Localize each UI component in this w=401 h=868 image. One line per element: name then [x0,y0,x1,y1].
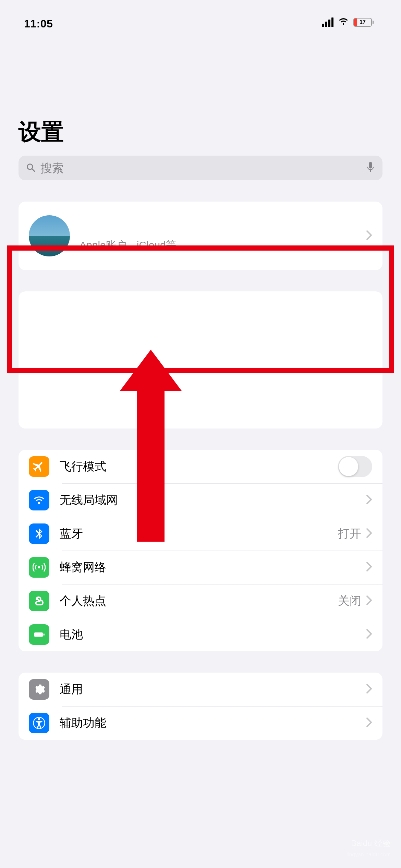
status-indicators: 17 [322,16,374,29]
svg-point-3 [38,718,40,720]
status-time: 11:05 [24,17,53,30]
general-row[interactable]: 通用 [19,673,382,706]
hotspot-icon [29,591,49,611]
bluetooth-icon [29,523,49,544]
battery-percentage: 17 [360,19,366,25]
row-label: 无线局域网 [60,492,366,508]
hotspot-row[interactable]: 个人热点 关闭 [19,584,382,618]
row-label: 辅助功能 [60,715,366,731]
row-label: 飞行模式 [60,459,338,474]
page-title: 设置 [0,45,401,156]
avatar [29,215,70,256]
wifi-icon [338,16,349,29]
chevron-right-icon [366,528,372,540]
wifi-settings-icon [29,490,49,510]
airplane-mode-row[interactable]: 飞行模式 [19,450,382,483]
svg-rect-2 [44,634,45,636]
search-input[interactable] [37,161,365,175]
apple-id-row[interactable]: Apple账户、iCloud等 [19,202,382,270]
battery-row[interactable]: 电池 [19,618,382,651]
connectivity-section: 飞行模式 无线局域网 蓝牙 打开 蜂窝网络 个人热点 关闭 电池 [19,450,382,651]
chevron-right-icon [366,494,372,506]
airplane-toggle[interactable] [338,456,372,477]
status-bar: 11:05 17 [0,0,401,45]
chevron-right-icon [366,562,372,573]
search-field[interactable] [19,156,382,180]
row-label: 通用 [60,682,366,697]
row-label: 蜂窝网络 [60,559,366,575]
chevron-right-icon [366,717,372,729]
cellular-signal-icon [322,17,333,27]
battery-icon [29,624,49,645]
general-section: 通用 辅助功能 [19,673,382,740]
row-label: 电池 [60,627,366,642]
chevron-right-icon [366,595,372,607]
apple-id-subtitle: Apple账户、iCloud等 [80,238,366,252]
row-value: 关闭 [338,593,361,609]
chevron-right-icon [366,629,372,640]
airplane-icon [29,456,49,477]
wifi-row[interactable]: 无线局域网 [19,483,382,517]
accessibility-row[interactable]: 辅助功能 [19,706,382,740]
row-label: 蓝牙 [60,526,338,542]
chevron-right-icon [366,684,372,695]
cellular-row[interactable]: 蜂窝网络 [19,551,382,584]
battery-indicator: 17 [353,18,374,27]
bluetooth-row[interactable]: 蓝牙 打开 [19,517,382,551]
search-icon [25,162,37,174]
cellular-icon [29,557,49,578]
svg-rect-1 [34,632,43,637]
placeholder-section [19,291,382,429]
watermark: Baidu 经验jingyan.baidu.com [347,838,391,858]
chevron-right-icon [366,230,372,242]
accessibility-icon [29,713,49,733]
microphone-icon[interactable] [365,161,376,175]
row-value: 打开 [338,526,361,542]
gear-icon [29,679,49,700]
row-label: 个人热点 [60,593,338,609]
